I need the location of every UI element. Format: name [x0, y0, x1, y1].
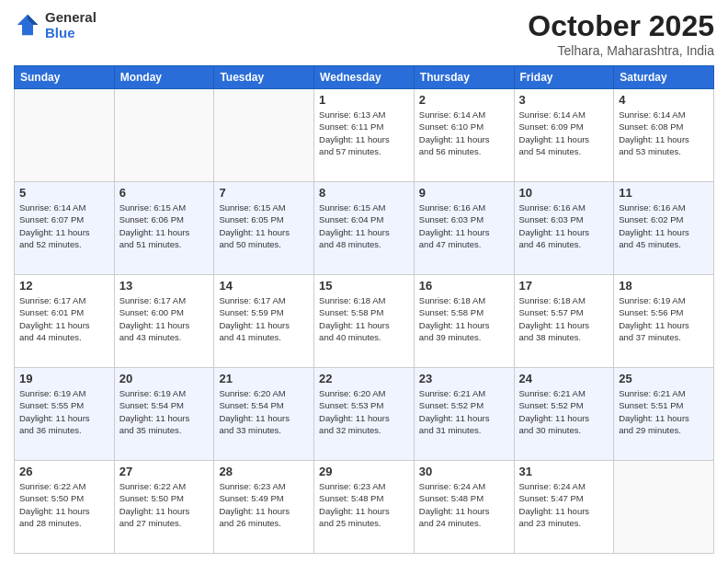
- day-number: 1: [319, 93, 409, 107]
- table-row: 10Sunrise: 6:16 AM Sunset: 6:03 PM Dayli…: [514, 182, 614, 275]
- day-number: 29: [319, 465, 409, 478]
- day-info: Sunrise: 6:17 AM Sunset: 6:00 PM Dayligh…: [119, 294, 210, 343]
- day-number: 9: [419, 186, 509, 200]
- table-row: [114, 89, 214, 182]
- table-row: 13Sunrise: 6:17 AM Sunset: 6:00 PM Dayli…: [114, 275, 214, 368]
- table-row: [614, 461, 714, 554]
- day-number: 16: [419, 279, 509, 293]
- day-info: Sunrise: 6:15 AM Sunset: 6:04 PM Dayligh…: [319, 201, 409, 250]
- day-number: 23: [419, 372, 509, 385]
- day-number: 6: [119, 186, 210, 200]
- day-info: Sunrise: 6:18 AM Sunset: 5:58 PM Dayligh…: [419, 294, 509, 343]
- day-info: Sunrise: 6:21 AM Sunset: 5:52 PM Dayligh…: [519, 387, 609, 436]
- table-row: 30Sunrise: 6:24 AM Sunset: 5:48 PM Dayli…: [414, 461, 514, 554]
- day-info: Sunrise: 6:21 AM Sunset: 5:51 PM Dayligh…: [619, 387, 709, 436]
- day-info: Sunrise: 6:15 AM Sunset: 6:06 PM Dayligh…: [119, 201, 210, 250]
- day-info: Sunrise: 6:14 AM Sunset: 6:09 PM Dayligh…: [519, 109, 609, 157]
- day-number: 24: [519, 372, 609, 385]
- calendar-header-row: Sunday Monday Tuesday Wednesday Thursday…: [15, 66, 714, 89]
- col-tuesday: Tuesday: [214, 66, 314, 89]
- month-title: October 2025: [528, 9, 714, 43]
- table-row: 4Sunrise: 6:14 AM Sunset: 6:08 PM Daylig…: [614, 89, 714, 182]
- day-info: Sunrise: 6:23 AM Sunset: 5:48 PM Dayligh…: [319, 480, 409, 529]
- day-info: Sunrise: 6:24 AM Sunset: 5:48 PM Dayligh…: [419, 480, 509, 529]
- col-monday: Monday: [114, 66, 214, 89]
- day-info: Sunrise: 6:19 AM Sunset: 5:56 PM Dayligh…: [619, 294, 709, 343]
- day-number: 4: [619, 93, 709, 107]
- table-row: 29Sunrise: 6:23 AM Sunset: 5:48 PM Dayli…: [314, 461, 415, 554]
- table-row: 6Sunrise: 6:15 AM Sunset: 6:06 PM Daylig…: [114, 182, 214, 275]
- table-row: 19Sunrise: 6:19 AM Sunset: 5:55 PM Dayli…: [15, 368, 115, 461]
- day-info: Sunrise: 6:20 AM Sunset: 5:53 PM Dayligh…: [319, 387, 409, 436]
- day-number: 26: [19, 465, 109, 478]
- calendar-table: Sunday Monday Tuesday Wednesday Thursday…: [14, 65, 714, 554]
- day-info: Sunrise: 6:17 AM Sunset: 5:59 PM Dayligh…: [219, 294, 309, 343]
- calendar-week-row: 19Sunrise: 6:19 AM Sunset: 5:55 PM Dayli…: [15, 368, 714, 461]
- table-row: 3Sunrise: 6:14 AM Sunset: 6:09 PM Daylig…: [514, 89, 614, 182]
- table-row: 11Sunrise: 6:16 AM Sunset: 6:02 PM Dayli…: [614, 182, 714, 275]
- table-row: 9Sunrise: 6:16 AM Sunset: 6:03 PM Daylig…: [414, 182, 514, 275]
- day-info: Sunrise: 6:19 AM Sunset: 5:55 PM Dayligh…: [19, 387, 109, 436]
- table-row: 27Sunrise: 6:22 AM Sunset: 5:50 PM Dayli…: [114, 461, 214, 554]
- table-row: 26Sunrise: 6:22 AM Sunset: 5:50 PM Dayli…: [15, 461, 115, 554]
- table-row: 20Sunrise: 6:19 AM Sunset: 5:54 PM Dayli…: [114, 368, 214, 461]
- table-row: 24Sunrise: 6:21 AM Sunset: 5:52 PM Dayli…: [514, 368, 614, 461]
- day-number: 15: [319, 279, 409, 293]
- day-number: 12: [19, 279, 109, 293]
- day-number: 20: [119, 372, 210, 385]
- day-info: Sunrise: 6:23 AM Sunset: 5:49 PM Dayligh…: [219, 480, 309, 529]
- day-info: Sunrise: 6:18 AM Sunset: 5:57 PM Dayligh…: [519, 294, 609, 343]
- table-row: 7Sunrise: 6:15 AM Sunset: 6:05 PM Daylig…: [214, 182, 314, 275]
- col-friday: Friday: [514, 66, 614, 89]
- table-row: 22Sunrise: 6:20 AM Sunset: 5:53 PM Dayli…: [314, 368, 415, 461]
- col-wednesday: Wednesday: [314, 66, 415, 89]
- table-row: 2Sunrise: 6:14 AM Sunset: 6:10 PM Daylig…: [414, 89, 514, 182]
- day-number: 5: [19, 186, 109, 200]
- day-info: Sunrise: 6:20 AM Sunset: 5:54 PM Dayligh…: [219, 387, 309, 436]
- day-info: Sunrise: 6:18 AM Sunset: 5:58 PM Dayligh…: [319, 294, 409, 343]
- table-row: 21Sunrise: 6:20 AM Sunset: 5:54 PM Dayli…: [214, 368, 314, 461]
- day-info: Sunrise: 6:16 AM Sunset: 6:03 PM Dayligh…: [419, 201, 509, 250]
- table-row: 28Sunrise: 6:23 AM Sunset: 5:49 PM Dayli…: [214, 461, 314, 554]
- calendar-week-row: 1Sunrise: 6:13 AM Sunset: 6:11 PM Daylig…: [15, 89, 714, 182]
- page: General Blue October 2025 Telhara, Mahar…: [0, 0, 728, 563]
- day-info: Sunrise: 6:15 AM Sunset: 6:05 PM Dayligh…: [219, 201, 309, 250]
- day-number: 8: [319, 186, 409, 200]
- day-info: Sunrise: 6:13 AM Sunset: 6:11 PM Dayligh…: [319, 109, 409, 157]
- day-info: Sunrise: 6:14 AM Sunset: 6:10 PM Dayligh…: [419, 109, 509, 157]
- day-number: 11: [619, 186, 709, 200]
- col-sunday: Sunday: [15, 66, 115, 89]
- table-row: [214, 89, 314, 182]
- logo: General Blue: [14, 9, 97, 40]
- day-info: Sunrise: 6:21 AM Sunset: 5:52 PM Dayligh…: [419, 387, 509, 436]
- calendar-week-row: 12Sunrise: 6:17 AM Sunset: 6:01 PM Dayli…: [15, 275, 714, 368]
- logo-text: General Blue: [45, 9, 97, 40]
- day-number: 14: [219, 279, 309, 293]
- day-info: Sunrise: 6:16 AM Sunset: 6:03 PM Dayligh…: [519, 201, 609, 250]
- day-number: 31: [519, 465, 609, 478]
- day-info: Sunrise: 6:22 AM Sunset: 5:50 PM Dayligh…: [19, 480, 109, 529]
- header: General Blue October 2025 Telhara, Mahar…: [14, 9, 714, 58]
- day-info: Sunrise: 6:19 AM Sunset: 5:54 PM Dayligh…: [119, 387, 210, 436]
- table-row: 16Sunrise: 6:18 AM Sunset: 5:58 PM Dayli…: [414, 275, 514, 368]
- day-number: 27: [119, 465, 210, 478]
- day-number: 22: [319, 372, 409, 385]
- table-row: 31Sunrise: 6:24 AM Sunset: 5:47 PM Dayli…: [514, 461, 614, 554]
- day-number: 28: [219, 465, 309, 478]
- table-row: [15, 89, 115, 182]
- table-row: 25Sunrise: 6:21 AM Sunset: 5:51 PM Dayli…: [614, 368, 714, 461]
- day-info: Sunrise: 6:16 AM Sunset: 6:02 PM Dayligh…: [619, 201, 709, 250]
- day-number: 21: [219, 372, 309, 385]
- day-number: 10: [519, 186, 609, 200]
- location: Telhara, Maharashtra, India: [528, 43, 714, 58]
- day-number: 13: [119, 279, 210, 293]
- table-row: 12Sunrise: 6:17 AM Sunset: 6:01 PM Dayli…: [15, 275, 115, 368]
- day-info: Sunrise: 6:22 AM Sunset: 5:50 PM Dayligh…: [119, 480, 210, 529]
- day-number: 30: [419, 465, 509, 478]
- day-number: 17: [519, 279, 609, 293]
- day-number: 3: [519, 93, 609, 107]
- col-thursday: Thursday: [414, 66, 514, 89]
- table-row: 8Sunrise: 6:15 AM Sunset: 6:04 PM Daylig…: [314, 182, 415, 275]
- day-number: 7: [219, 186, 309, 200]
- calendar-week-row: 5Sunrise: 6:14 AM Sunset: 6:07 PM Daylig…: [15, 182, 714, 275]
